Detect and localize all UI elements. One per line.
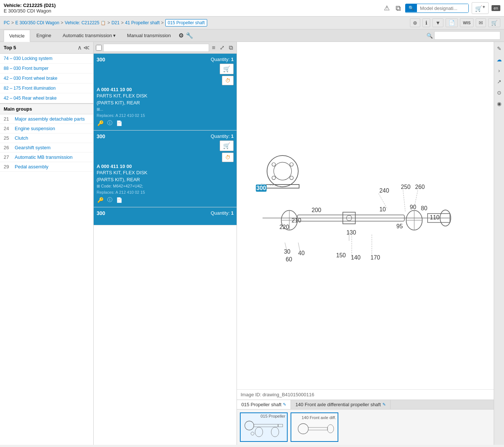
svg-point-51: [255, 427, 263, 437]
svg-point-6: [289, 176, 293, 180]
part-doc-icon-1[interactable]: 📄: [115, 196, 123, 204]
alert-button[interactable]: ⚠: [382, 3, 391, 13]
part-cart-btn-0[interactable]: 🛒: [220, 64, 234, 74]
copy-button[interactable]: ⧉: [394, 3, 402, 13]
svg-point-1: [267, 155, 298, 187]
tools-icon[interactable]: 🔧: [186, 32, 193, 39]
svg-text:140: 140: [351, 254, 361, 261]
top5-item-4[interactable]: 42 – 045 Rear wheel brake: [0, 93, 93, 103]
main-container: Top 5 ∧ ≪ 74 – 030 Locking system 88 – 0…: [0, 42, 504, 445]
search-input[interactable]: [417, 4, 468, 12]
group-item-25[interactable]: 25 Clutch: [0, 133, 93, 143]
top5-item-1[interactable]: 88 – 030 Front bumper: [0, 64, 93, 74]
svg-text:260: 260: [415, 184, 425, 190]
svg-point-52: [271, 427, 279, 437]
group-item-29[interactable]: 29 Pedal assembly: [0, 162, 93, 172]
svg-text:95: 95: [396, 223, 403, 229]
part-key-icon-0[interactable]: 🔑: [97, 119, 104, 127]
part-extra-0: ⊞...: [97, 107, 234, 112]
doc-btn[interactable]: 📄: [446, 18, 458, 27]
group-item-26[interactable]: 26 Gearshift system: [0, 143, 93, 153]
tab-automatic[interactable]: Automatic transmission ▾: [57, 30, 120, 41]
part-desc2-1: (PARTS KIT), REAR: [97, 177, 234, 182]
header-right: ⚠ ⧉ 🔍 🛒+ en: [382, 2, 500, 14]
top5-label: Top 5: [4, 45, 16, 50]
breadcrumb-vehicle[interactable]: Vehicle: C212225: [65, 20, 99, 25]
svg-rect-7: [266, 185, 299, 188]
part-actions-0: 🔑 ⓘ 📄: [97, 119, 234, 127]
part-pos-0: 300: [97, 57, 105, 62]
tab-vehicle[interactable]: Vehicle: [4, 30, 30, 42]
tab-manual[interactable]: Manual transmission: [122, 29, 176, 42]
nav-search: 🔍: [426, 31, 500, 40]
bottom-tab-1[interactable]: 140 Front axle differential propeller sh…: [291, 400, 390, 409]
zoom-in-btn[interactable]: ⊕: [410, 18, 420, 27]
part-info-icon-0[interactable]: ⓘ: [107, 119, 113, 127]
breadcrumb-model[interactable]: E 300/350 CDI Wagon: [15, 20, 60, 25]
breadcrumb-d21[interactable]: D21: [111, 20, 119, 25]
parts-copy-btn[interactable]: ⧉: [227, 44, 234, 52]
bottom-tab-0[interactable]: 015 Propeller shaft ✎: [237, 400, 291, 409]
parts-expand-btn[interactable]: ⤢: [218, 43, 226, 52]
bottom-tab-edit-0[interactable]: ✎: [283, 402, 286, 407]
basket-btn[interactable]: 🛒: [488, 18, 500, 27]
parts-list-view-btn[interactable]: ≡: [210, 44, 217, 52]
settings-icon[interactable]: ⚙: [179, 32, 184, 39]
part-cart-btn-1[interactable]: 🛒: [220, 140, 234, 151]
group-item-27[interactable]: 27 Automatic MB transmission: [0, 153, 93, 162]
breadcrumb-pc[interactable]: PC: [4, 20, 10, 25]
thumbnail-0[interactable]: 015 Propeller shaft: [240, 412, 288, 442]
part-clock-btn-0[interactable]: ⏱: [222, 76, 234, 85]
breadcrumb-propshaft[interactable]: 41 Propeller shaft: [125, 20, 159, 25]
top5-collapse-btn[interactable]: ∧: [78, 44, 82, 51]
breadcrumb: PC > E 300/350 CDI Wagon > Vehicle: C212…: [0, 17, 504, 29]
vehicle-copy-icon[interactable]: 📋: [101, 21, 106, 25]
part-info-icon-1[interactable]: ⓘ: [107, 196, 113, 204]
parts-list: 300 Quantity: 1 🛒 ⏱ A 000 411 10 00 PART…: [94, 54, 237, 445]
part-desc2-0: (PARTS KIT), REAR: [97, 100, 234, 106]
part-replaces-1: Replaces: A 212 410 02 15: [97, 190, 234, 194]
top5-section: Top 5 ∧ ≪ 74 – 030 Locking system 88 – 0…: [0, 42, 93, 104]
search-wrapper: 🔍: [405, 4, 469, 13]
search-button[interactable]: 🔍: [406, 4, 417, 12]
model-label: E 300/350 CDI Wagon: [4, 8, 56, 14]
top5-close-btn[interactable]: ≪: [83, 44, 90, 51]
parts-select-all[interactable]: [96, 45, 102, 51]
svg-text:140 Front axle diff...: 140 Front axle diff...: [302, 415, 336, 420]
part-key-icon-1[interactable]: 🔑: [97, 196, 104, 204]
svg-text:30: 30: [284, 248, 291, 255]
group-item-24[interactable]: 24 Engine suspension: [0, 124, 93, 133]
wis-btn[interactable]: WIS: [460, 18, 474, 27]
mail-btn[interactable]: ✉: [476, 18, 486, 27]
part-pos-2: 300: [97, 210, 105, 216]
part-doc-icon-0[interactable]: 📄: [115, 119, 123, 127]
bottom-tab-edit-1[interactable]: ✎: [382, 402, 386, 407]
bottom-thumbnails: 015 Propeller shaft 140 Front axle diff.…: [237, 410, 504, 445]
image-id: Image ID: drawing_B41015000116: [237, 389, 504, 400]
top5-item-0[interactable]: 74 – 030 Locking system: [0, 54, 93, 64]
top5-item-2[interactable]: 42 – 030 Front wheel brake: [0, 74, 93, 83]
image-area: 300 220 210 200 130: [237, 42, 504, 389]
part-clock-btn-1[interactable]: ⏱: [222, 153, 234, 162]
part-desc1-0: PARTS KIT, FLEX DISK: [97, 93, 234, 99]
info-btn[interactable]: ℹ: [422, 18, 430, 27]
filter-btn[interactable]: ▼: [432, 18, 443, 27]
current-section-dropdown[interactable]: 015 Propeller shaft: [165, 19, 208, 26]
svg-point-54: [251, 432, 254, 435]
group-item-21[interactable]: 21 Major assembly detachable parts: [0, 114, 93, 124]
tab-engine[interactable]: Engine: [31, 29, 57, 42]
nav-tabs: Vehicle Engine Automatic transmission ▾ …: [0, 29, 504, 42]
svg-line-42: [403, 190, 405, 211]
nav-search-input[interactable]: [434, 31, 500, 40]
bottom-panel: 015 Propeller shaft ✎ 140 Front axle dif…: [237, 400, 504, 445]
part-no-0: A 000 411 10 00: [97, 87, 234, 92]
parts-filter-input[interactable]: [103, 44, 209, 52]
top5-item-3[interactable]: 82 – 175 Front illumination: [0, 83, 93, 93]
main-groups-header: Main groups: [0, 104, 93, 114]
thumbnail-1[interactable]: 140 Front axle diff...: [291, 412, 338, 442]
svg-rect-53: [278, 424, 282, 427]
cart-button[interactable]: 🛒+: [472, 2, 489, 14]
svg-text:200: 200: [312, 207, 321, 213]
sidebar: Top 5 ∧ ≪ 74 – 030 Locking system 88 – 0…: [0, 42, 94, 445]
parts-toolbar: ≡ ⤢ ⧉: [94, 42, 237, 54]
